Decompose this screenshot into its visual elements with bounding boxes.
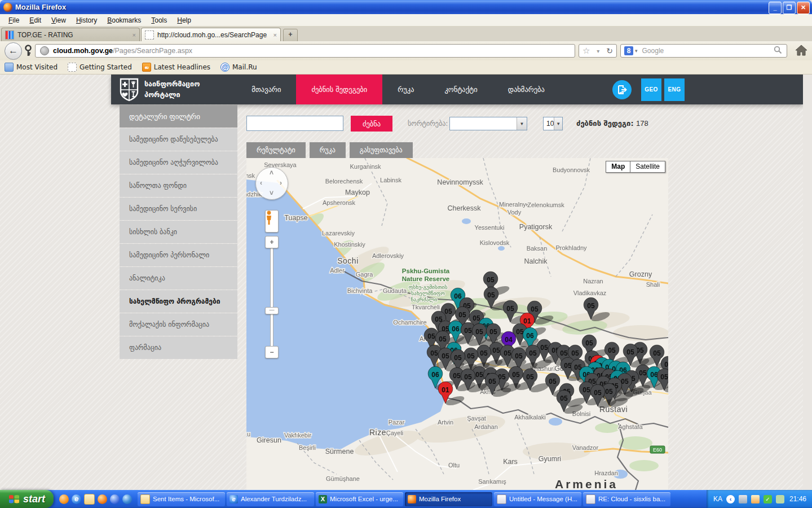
messenger-icon[interactable]	[110, 494, 120, 504]
language-indicator[interactable]: KA	[713, 495, 722, 503]
pan-control[interactable]: ˄ ˅ ‹ ›	[255, 167, 288, 200]
bookmark-dashed[interactable]: Getting Started	[68, 63, 132, 72]
magnifier-icon[interactable]	[774, 46, 782, 56]
map-type-satellite[interactable]: Satellite	[630, 161, 665, 173]
site-nav: მთავარიძებნის შედეგებირუკაკონტაქტიდახმარ…	[236, 75, 560, 104]
bookmark-mostvisited[interactable]: Most Visited	[5, 63, 58, 72]
new-tab-button[interactable]: +	[283, 29, 298, 42]
sidebar-item[interactable]: სამედიცინო აღჭურვილობა	[120, 151, 237, 174]
sidebar-item[interactable]: სახელმწიფო პროგრამები	[120, 290, 237, 313]
site-logo[interactable]: საინფორმაციო პორტალი	[120, 78, 200, 102]
bookmark-rss[interactable]: லLatest Headlines	[142, 63, 210, 72]
zoom-out-button[interactable]: −	[265, 346, 279, 358]
firefox-icon[interactable]	[98, 494, 107, 504]
menu-help[interactable]: Help	[172, 15, 196, 25]
action-button[interactable]: რუკა	[310, 142, 346, 158]
bookmark-star-icon[interactable]: ☆	[582, 46, 590, 56]
menu-view[interactable]: View	[46, 15, 71, 25]
outlook-reminder-icon[interactable]	[751, 495, 760, 503]
map-label: Şavşat	[467, 415, 486, 422]
tab-close-icon[interactable]: ×	[128, 32, 136, 38]
site-nav-item[interactable]: რუკა	[382, 75, 429, 104]
start-button[interactable]: start	[0, 490, 54, 508]
media-player-icon[interactable]	[122, 494, 132, 504]
tab-title: TOP.GE - RATING	[17, 31, 73, 39]
lang-button-eng[interactable]: ENG	[664, 78, 685, 101]
action-button[interactable]: გასუფთავება	[350, 142, 413, 158]
site-nav-item[interactable]: დახმარება	[493, 75, 560, 104]
back-button[interactable]: ←	[5, 42, 22, 60]
zoom-slider-handle[interactable]: —	[265, 307, 279, 314]
pan-down-icon[interactable]: ˅	[270, 189, 273, 197]
reload-icon[interactable]: ↻	[606, 46, 613, 55]
volume-icon[interactable]	[739, 495, 747, 503]
navigation-toolbar: ← cloud.moh.gov.ge /Pages/SearchPage.asp…	[0, 41, 812, 61]
ie-icon[interactable]: e	[72, 494, 81, 504]
map-label: Akhalkalaki	[514, 414, 546, 421]
home-icon[interactable]	[795, 45, 807, 58]
page-size-select[interactable]: 10 ▼	[543, 117, 563, 130]
site-nav-item[interactable]: ძებნის შედეგები	[296, 75, 382, 104]
menu-bookmarks[interactable]: Bookmarks	[102, 15, 146, 25]
logout-button[interactable]	[612, 80, 632, 99]
sidebar-item[interactable]: სამედიცინო დაწესებულება	[120, 128, 237, 151]
menu-edit[interactable]: Edit	[24, 15, 46, 25]
zoom-in-button[interactable]: +	[265, 236, 279, 248]
outlook-icon[interactable]	[84, 494, 95, 505]
url-bar[interactable]: cloud.moh.gov.ge /Pages/SearchPage.aspx	[35, 44, 575, 58]
messenger-person-icon[interactable]	[776, 495, 784, 503]
sidebar-item[interactable]: ფარმაცია	[120, 336, 237, 359]
site-identity-globe-icon[interactable]	[40, 46, 49, 55]
sidebar-item[interactable]: სამედიცინო სერვისი	[120, 198, 237, 220]
hide-icons-icon[interactable]: ‹	[726, 495, 735, 503]
action-button[interactable]: რეზულტატი	[246, 142, 306, 158]
bookmark-at[interactable]: @Mail.Ru	[220, 63, 257, 72]
query-input[interactable]	[246, 116, 343, 131]
svg-text:05: 05	[475, 371, 483, 379]
tab-searchpage[interactable]: http://cloud.moh.go...es/SearchPage.aspx…	[141, 28, 281, 41]
pan-right-icon[interactable]: ›	[280, 179, 282, 187]
lang-button-geo[interactable]: GEO	[641, 78, 661, 101]
tab-topge[interactable]: TOP.GE - RATING ×	[1, 28, 140, 41]
menu-history[interactable]: History	[71, 15, 102, 25]
sidebar-item[interactable]: სამედიცინო პერსონალი	[120, 244, 237, 266]
search-engine-dropdown-icon[interactable]: ▾	[635, 48, 638, 54]
restore-button[interactable]: ❐	[783, 2, 796, 14]
map-canvas[interactable]: E60 SeverskayaKurganinskBudyonnovskBelor…	[246, 158, 668, 490]
site-nav-item[interactable]: კონტაქტი	[429, 75, 492, 104]
pan-up-icon[interactable]: ˄	[270, 169, 273, 177]
taskbar-task[interactable]: Mozilla Firefox	[405, 492, 492, 506]
orange-ball-icon[interactable]	[59, 494, 69, 504]
sidebar-item[interactable]: დეტალური ფილტრი	[120, 105, 237, 128]
page-size-dropdown-icon[interactable]: ▼	[554, 117, 562, 130]
menu-tools[interactable]: Tools	[146, 15, 172, 25]
search-button[interactable]: ძებნა	[351, 116, 392, 132]
close-button[interactable]: ✕	[797, 2, 810, 14]
sidebar-item[interactable]: ანალიტიკა	[120, 267, 237, 290]
url-dropdown-icon[interactable]: ▾	[597, 48, 599, 54]
taskbar-task[interactable]: RE: Cloud - sisxlis ba...	[583, 492, 670, 506]
minimize-button[interactable]: _	[769, 2, 782, 14]
map-type-map[interactable]: Map	[606, 161, 630, 173]
sidebar-item[interactable]: საწოლთა ფონდი	[120, 174, 237, 197]
site-nav-item[interactable]: მთავარი	[236, 75, 296, 104]
svg-text:01: 01	[523, 317, 531, 325]
pan-left-icon[interactable]: ‹	[260, 179, 262, 187]
taskbar-task[interactable]: Sent Items - Microsof...	[138, 492, 225, 506]
sidebar-item[interactable]: სისხლის ბანკი	[120, 221, 237, 243]
sort-select[interactable]: ▼	[449, 117, 527, 130]
street-view-pegman[interactable]	[265, 210, 279, 233]
menu-file[interactable]: File	[3, 15, 24, 25]
sort-dropdown-icon[interactable]: ▼	[517, 117, 527, 130]
taskbar-task[interactable]: Untitled - Message (H...	[494, 492, 581, 506]
logo-line2: პორტალი	[144, 90, 200, 100]
skype-online-icon[interactable]: ✓	[764, 495, 772, 503]
taskbar: start e Sent Items - Microsof...eAlexand…	[0, 490, 812, 508]
taskbar-task[interactable]: XMicrosoft Excel - urge...	[316, 492, 403, 506]
tab-close-icon[interactable]: ×	[269, 32, 277, 38]
zoom-slider-track[interactable]	[270, 247, 273, 347]
sidebar-item[interactable]: მოქალაქის ინფორმაცია	[120, 313, 237, 336]
search-bar[interactable]: 8 ▾ Google	[620, 44, 787, 58]
taskbar-task[interactable]: eAlexander Turdziladz...	[227, 492, 314, 506]
google-icon[interactable]: 8	[624, 46, 633, 55]
